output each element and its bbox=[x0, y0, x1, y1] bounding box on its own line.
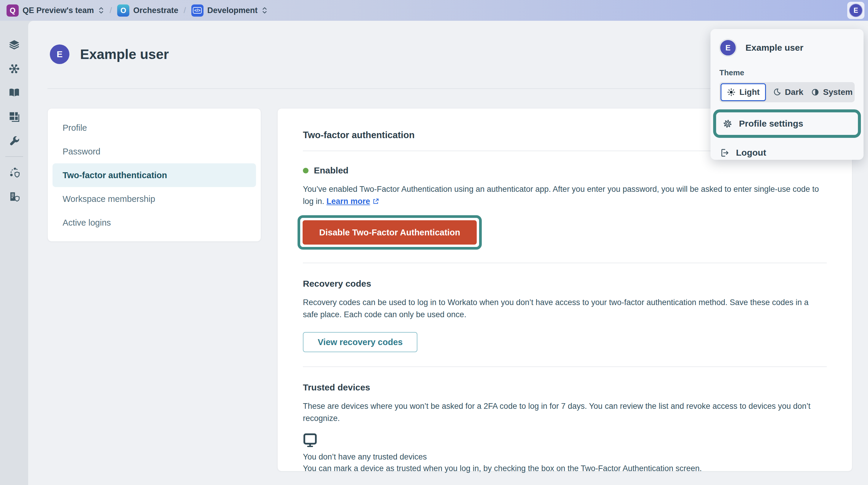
logout-label: Logout bbox=[736, 148, 766, 158]
user-menu: E Example user Theme Light Dark System P… bbox=[711, 29, 864, 160]
logout-icon bbox=[720, 148, 730, 158]
trusted-devices-title: Trusted devices bbox=[303, 382, 827, 392]
trusted-devices-description: These are devices where you won’t be ask… bbox=[303, 400, 827, 424]
sidebar-divider bbox=[5, 156, 23, 157]
recovery-codes-title: Recovery codes bbox=[303, 279, 827, 289]
breadcrumb-team[interactable]: Q QE Preview's team bbox=[6, 4, 104, 17]
sidebar-item-organization[interactable] bbox=[0, 184, 28, 208]
external-link-icon bbox=[373, 198, 379, 204]
status-dot bbox=[303, 168, 309, 173]
theme-switcher: Light Dark System bbox=[719, 82, 855, 102]
system-theme-icon bbox=[811, 88, 819, 97]
development-badge: </> bbox=[191, 4, 204, 17]
nav-item-profile[interactable]: Profile bbox=[53, 116, 256, 140]
page-title: Example user bbox=[80, 46, 169, 62]
hub-icon bbox=[9, 63, 20, 74]
moon-icon bbox=[773, 88, 781, 97]
two-factor-panel: Two-factor authentication Enabled You’ve… bbox=[277, 108, 852, 472]
orchestrate-badge: O bbox=[117, 4, 129, 17]
settings-nav: Profile Password Two-factor authenticati… bbox=[48, 108, 261, 241]
user-avatar-button[interactable]: E bbox=[847, 2, 864, 19]
theme-option-label: Light bbox=[739, 88, 760, 97]
chevron-updown-icon bbox=[261, 6, 268, 14]
environment-label: Development bbox=[207, 6, 258, 15]
team-label: QE Preview's team bbox=[23, 6, 94, 15]
theme-label: Theme bbox=[719, 68, 855, 77]
book-icon bbox=[9, 87, 20, 98]
theme-option-dark[interactable]: Dark bbox=[766, 83, 810, 101]
learn-more-link[interactable]: Learn more bbox=[327, 197, 370, 206]
recovery-codes-description: Recovery codes can be used to log in to … bbox=[303, 296, 825, 321]
profile-settings-label: Profile settings bbox=[739, 119, 803, 129]
user-menu-header: E Example user bbox=[719, 39, 855, 56]
monitor-icon bbox=[303, 433, 318, 447]
grid-icon bbox=[9, 111, 20, 123]
wrench-icon bbox=[9, 135, 20, 147]
user-name: Example user bbox=[745, 43, 803, 53]
description-text: You’ve enabled Two-Factor Authentication… bbox=[303, 185, 819, 206]
nav-item-password[interactable]: Password bbox=[53, 140, 256, 163]
page-header: E Example user bbox=[50, 44, 169, 64]
code-icon: </> bbox=[193, 7, 202, 13]
theme-option-label: System bbox=[823, 88, 853, 97]
theme-option-label: Dark bbox=[785, 88, 803, 97]
divider bbox=[303, 366, 827, 367]
sidebar-item-hub[interactable] bbox=[0, 57, 28, 80]
nav-item-two-factor[interactable]: Two-factor authentication bbox=[53, 163, 256, 187]
status-label: Enabled bbox=[314, 165, 348, 175]
profile-settings-item[interactable]: Profile settings bbox=[719, 114, 855, 133]
annotation-ring: Profile settings bbox=[713, 109, 861, 138]
status-row: Enabled bbox=[303, 165, 827, 175]
disable-two-factor-button[interactable]: Disable Two-Factor Authentication bbox=[303, 220, 477, 245]
user-avatar: E bbox=[50, 44, 69, 64]
sidebar-item-community[interactable] bbox=[0, 160, 28, 184]
breadcrumb-orchestrate[interactable]: O Orchestrate bbox=[117, 4, 178, 17]
theme-option-system[interactable]: System bbox=[810, 83, 854, 101]
two-factor-description: You’ve enabled Two-Factor Authentication… bbox=[303, 183, 825, 207]
top-bar: Q QE Preview's team / O Orchestrate / </… bbox=[0, 0, 868, 21]
annotation-ring: Disable Two-Factor Authentication bbox=[298, 215, 482, 250]
layers-icon bbox=[9, 39, 20, 51]
avatar: E bbox=[849, 4, 863, 17]
breadcrumb-environment[interactable]: </> Development bbox=[191, 4, 268, 17]
sidebar-item-tools[interactable] bbox=[0, 129, 28, 153]
nav-item-active-logins[interactable]: Active logins bbox=[53, 211, 256, 234]
sidebar-item-layers[interactable] bbox=[0, 33, 28, 57]
logout-item[interactable]: Logout bbox=[716, 143, 855, 162]
view-recovery-codes-button[interactable]: View recovery codes bbox=[303, 332, 417, 352]
orchestrate-label: Orchestrate bbox=[133, 6, 178, 15]
nav-item-workspace-membership[interactable]: Workspace membership bbox=[53, 187, 256, 211]
chevron-updown-icon bbox=[98, 6, 104, 14]
breadcrumb-separator: / bbox=[182, 6, 187, 15]
avatar: E bbox=[719, 39, 737, 56]
divider bbox=[303, 263, 827, 263]
building-shield-icon bbox=[9, 191, 20, 202]
breadcrumb-separator: / bbox=[108, 6, 113, 15]
no-trusted-devices-text: You don’t have any trusted devices bbox=[303, 452, 827, 461]
team-badge: Q bbox=[6, 4, 19, 17]
breadcrumb: Q QE Preview's team / O Orchestrate / </… bbox=[6, 4, 268, 17]
sun-icon bbox=[727, 88, 736, 97]
gear-icon bbox=[723, 119, 733, 129]
network-shield-icon bbox=[9, 167, 20, 178]
sidebar-item-apps[interactable] bbox=[0, 105, 28, 129]
trusted-devices-hint: You can mark a device as trusted when yo… bbox=[303, 464, 827, 473]
theme-option-light[interactable]: Light bbox=[720, 83, 766, 101]
monitor-icon-wrap bbox=[303, 433, 827, 448]
sidebar-item-library[interactable] bbox=[0, 80, 28, 105]
